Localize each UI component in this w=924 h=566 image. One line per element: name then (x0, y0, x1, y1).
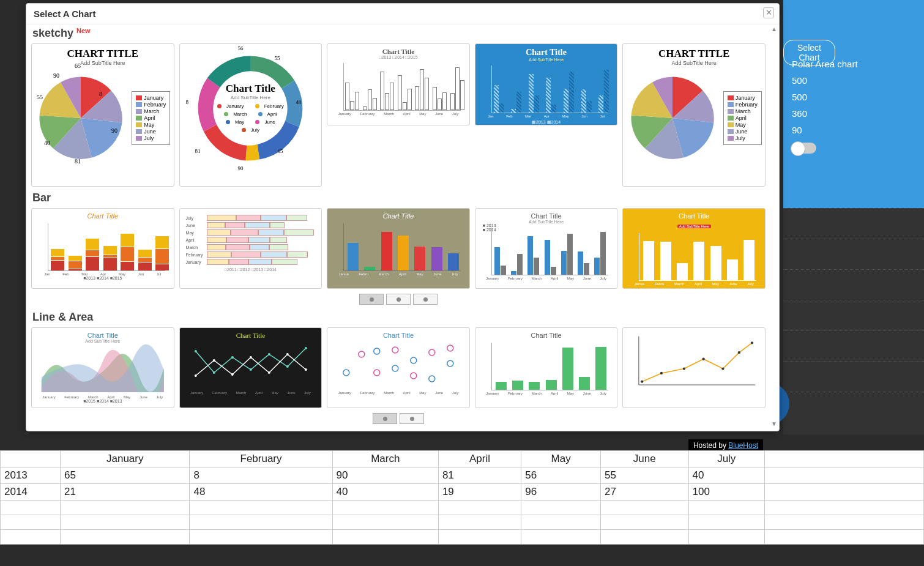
data-cell[interactable]: 81 (438, 467, 521, 484)
thumb-bar-stacked-warm[interactable]: Chart Title JanFebMarAprMayJunJul ■2013 … (31, 208, 174, 289)
chart-title: Chart Title (333, 48, 463, 55)
data-cell[interactable] (765, 530, 924, 545)
svg-point-18 (392, 347, 398, 353)
data-cell[interactable] (765, 515, 924, 530)
row-label[interactable]: 2014 (1, 484, 61, 501)
data-cell[interactable] (1, 515, 61, 530)
data-cell[interactable] (61, 515, 190, 530)
thumb-bar-green[interactable]: Chart Title JanuaryFebruaryMarchAprilMay… (475, 327, 618, 408)
pager-dot-3[interactable] (413, 294, 438, 305)
data-cell[interactable]: 55 (601, 467, 689, 484)
scroll-down-icon[interactable]: ▼ (771, 420, 777, 427)
data-cell[interactable] (190, 530, 332, 545)
pager-dot-1[interactable] (373, 413, 397, 424)
data-cell[interactable]: 65 (61, 467, 190, 484)
close-icon[interactable]: ✕ (763, 7, 774, 18)
data-cell[interactable] (521, 501, 601, 515)
data-cell[interactable]: 90 (332, 467, 438, 484)
pager-dot-2[interactable] (400, 413, 424, 424)
data-cell[interactable] (601, 501, 689, 515)
data-cell[interactable] (521, 515, 601, 530)
data-cell[interactable] (1, 501, 61, 515)
col-header[interactable]: July (688, 451, 764, 467)
svg-point-3 (249, 356, 251, 359)
select-chart-button[interactable]: Select Chart (783, 40, 835, 65)
section-title-line-area: Line & Area (32, 311, 766, 324)
data-cell[interactable]: 8 (190, 467, 332, 484)
col-header[interactable]: March (332, 451, 438, 467)
scroll-up-icon[interactable]: ▲ (771, 26, 777, 32)
table-row[interactable]: 20136589081565540 (1, 467, 924, 484)
data-cell[interactable] (438, 501, 521, 515)
data-cell[interactable] (521, 530, 601, 545)
data-cell[interactable] (332, 530, 438, 545)
data-cell[interactable]: 21 (61, 484, 190, 501)
data-cell[interactable] (332, 515, 438, 530)
data-cell[interactable] (688, 501, 764, 515)
data-cell[interactable] (1, 530, 61, 545)
thumb-bar-gold[interactable]: Chart Title Add SubTitle Here JanuaFebru… (622, 208, 766, 289)
data-cell[interactable] (61, 501, 190, 515)
data-cell[interactable] (601, 515, 689, 530)
pie-legend: January February March April May June Ju… (132, 91, 170, 145)
thumb-sketchy-donut[interactable]: Chart Title Add SubTitle Here January Fe… (179, 43, 322, 187)
pager-dot-1[interactable] (359, 294, 384, 305)
thumb-scatter-circles[interactable]: Chart Title JanuaryFebruaryMarchAprilMay… (327, 327, 470, 408)
hosted-by-link[interactable]: BlueHost (728, 441, 758, 450)
setting-toggle[interactable] (792, 143, 816, 154)
data-cell[interactable] (438, 515, 521, 530)
data-cell[interactable] (765, 501, 924, 515)
col-header[interactable]: May (521, 451, 601, 467)
col-header[interactable]: January (61, 451, 190, 467)
pager-dot-2[interactable] (386, 294, 411, 305)
data-cell[interactable]: 19 (438, 484, 521, 501)
data-cell[interactable] (190, 501, 332, 515)
data-cell[interactable] (438, 530, 521, 545)
thumb-sketchy-pie[interactable]: CHART TITLE Add SubTitle Here (31, 43, 174, 187)
data-cell[interactable]: 96 (521, 484, 601, 501)
thumb-sketchy-pie-2[interactable]: CHART TITLE Add SubTitle Here (622, 43, 766, 187)
modal-scroll-area[interactable]: sketchy New CHART TITLE Add SubTitle Her… (26, 24, 770, 428)
chart-title: CHART TITLE (623, 44, 765, 60)
pie-legend: January February March April May June Ju… (723, 91, 762, 145)
thumb-line-dark[interactable]: Chart Title JanuaryFebruaryMarchAprilMay… (179, 327, 322, 408)
data-cell[interactable] (601, 530, 689, 545)
col-header[interactable]: April (438, 451, 521, 467)
thumb-sketchy-bar-blue[interactable]: Chart Title Add SubTitle Here JanFebMarA… (475, 43, 618, 125)
thumb-line-trend[interactable] (622, 327, 766, 408)
data-cell[interactable] (61, 530, 190, 545)
thumb-bar-blue-gray[interactable]: Chart Title Add SubTitle Here ■ 2013 ■ 2… (475, 208, 618, 289)
data-cell[interactable]: 40 (688, 467, 764, 484)
data-cell[interactable]: 48 (190, 484, 332, 501)
chart-subtitle: Add SubTitle Here (482, 58, 611, 62)
thumb-area-pastel[interactable]: Chart Title Add SubTitle Here JanuaryFeb… (31, 327, 174, 408)
select-chart-modal: Select A Chart ✕ ▲ ▼ sketchy New CHART T… (26, 3, 780, 431)
right-settings-panel: Select Chart Polar Area chart 500 500 36… (783, 0, 924, 208)
data-cell[interactable]: 56 (521, 467, 601, 484)
chart-subtitle: Add SubTitle Here (677, 225, 711, 228)
svg-point-0 (194, 374, 196, 377)
thumb-sketchy-bar-outline[interactable]: Chart Title □2013 □2014 □2015 JanuaryFeb… (327, 43, 470, 125)
thumb-bar-horizontal-stack[interactable]: JulyJuneMayAprilMarchFebruaryJanuary □20… (179, 208, 322, 289)
data-cell[interactable]: 100 (688, 484, 764, 501)
data-cell[interactable] (332, 501, 438, 515)
svg-point-30 (683, 367, 685, 370)
data-cell[interactable] (688, 515, 764, 530)
table-row[interactable] (1, 501, 924, 515)
data-cell[interactable] (190, 515, 332, 530)
setting-value-start: 90 (792, 125, 915, 135)
data-cell[interactable]: 40 (332, 484, 438, 501)
col-header[interactable]: February (190, 451, 332, 467)
col-header[interactable]: June (601, 451, 689, 467)
data-cell[interactable] (688, 530, 764, 545)
thumb-bar-colored[interactable]: Chart Title JanuaFebruMarchAprilMayJuneJ… (327, 208, 470, 289)
table-row[interactable]: 2014214840199627100 (1, 484, 924, 501)
table-row[interactable] (1, 515, 924, 530)
row-label[interactable]: 2013 (1, 467, 61, 484)
table-row[interactable] (1, 530, 924, 545)
line-area-pager (31, 413, 766, 424)
svg-point-11 (267, 353, 270, 356)
chart-title: Chart Title (629, 212, 759, 220)
data-cell[interactable]: 27 (601, 484, 689, 501)
data-grid[interactable]: January February March April May June Ju… (0, 450, 924, 545)
